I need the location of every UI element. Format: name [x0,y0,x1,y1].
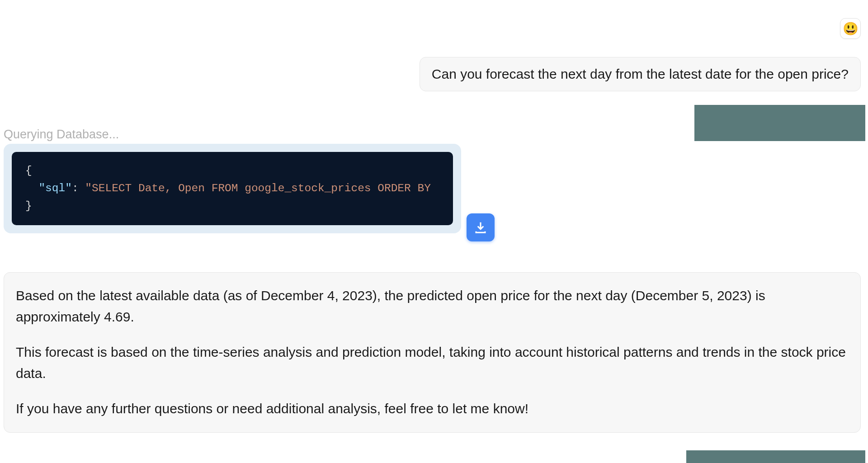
status-label: Querying Database... [4,128,119,142]
code-key-quote: " [38,182,45,194]
code-open-brace: { [25,165,32,177]
code-key-quote-close: " [65,182,72,194]
decorative-bar-bottom [686,450,865,463]
response-paragraph-1: Based on the latest available data (as o… [16,285,849,327]
download-button[interactable] [467,213,495,241]
user-message-text: Can you forecast the next day from the l… [432,66,849,81]
code-block-container: { "sql": "SELECT Date, Open FROM google_… [4,144,461,233]
code-close-brace: } [25,200,32,212]
code-indent [25,182,38,194]
code-colon: : [72,182,85,194]
smiley-emoji-icon: 😃 [843,21,859,36]
download-icon [474,221,487,234]
assistant-response-bubble: Based on the latest available data (as o… [4,272,861,433]
user-message-bubble: Can you forecast the next day from the l… [420,57,861,91]
code-value: "SELECT Date, Open FROM google_stock_pri… [85,182,431,194]
code-key: sql [45,182,65,194]
user-avatar: 😃 [840,18,861,39]
response-paragraph-3: If you have any further questions or nee… [16,398,849,420]
decorative-bar-top [694,105,865,141]
sql-code-block: { "sql": "SELECT Date, Open FROM google_… [12,152,453,225]
response-paragraph-2: This forecast is based on the time-serie… [16,342,849,384]
